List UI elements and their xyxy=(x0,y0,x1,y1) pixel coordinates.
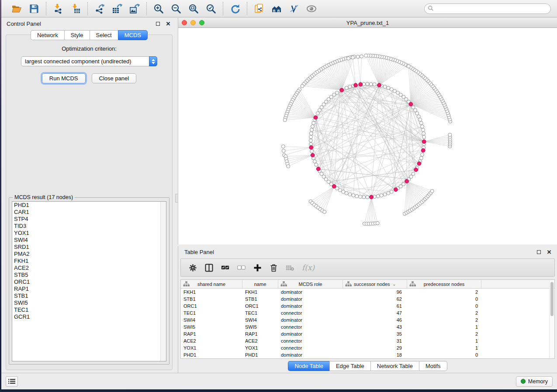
split-view-icon[interactable] xyxy=(205,264,213,272)
graph-satellite-node[interactable] xyxy=(281,144,285,148)
graph-hub-node[interactable] xyxy=(311,153,315,157)
export-image-icon[interactable] xyxy=(127,2,142,15)
refresh-view-icon[interactable] xyxy=(228,2,242,15)
graph-node[interactable] xyxy=(390,88,393,91)
run-mcds-button[interactable]: Run MCDS xyxy=(42,73,86,83)
graph-hub-node[interactable] xyxy=(359,83,363,86)
graph-node[interactable] xyxy=(362,195,366,199)
graph-satellite-node[interactable] xyxy=(301,84,304,88)
graph-node[interactable] xyxy=(355,194,359,198)
tab-node-table[interactable]: Node Table xyxy=(288,361,329,371)
graph-hub-node[interactable] xyxy=(422,140,426,144)
mcds-result-item[interactable]: PMA2 xyxy=(12,251,166,258)
window-maximize-icon[interactable] xyxy=(199,20,204,25)
graph-satellite-node[interactable] xyxy=(287,165,290,168)
mcds-result-item[interactable]: STB5 xyxy=(12,272,166,279)
graph-node[interactable] xyxy=(359,195,362,199)
task-history-icon[interactable] xyxy=(6,376,18,387)
graph-node[interactable] xyxy=(352,194,355,197)
graph-node[interactable] xyxy=(387,86,390,89)
graph-satellite-node[interactable] xyxy=(347,57,350,60)
share-document-icon[interactable] xyxy=(252,2,266,15)
graph-hub-node[interactable] xyxy=(414,168,418,172)
column-header-name[interactable]: name xyxy=(242,280,278,288)
zoom-out-icon[interactable] xyxy=(169,2,183,15)
graph-node[interactable] xyxy=(366,82,369,86)
tab-network[interactable]: Network xyxy=(31,30,64,40)
graph-hub-node[interactable] xyxy=(370,195,374,199)
deselect-all-icon[interactable] xyxy=(237,264,246,272)
graph-hub-node[interactable] xyxy=(332,185,336,189)
table-scrollbar-thumb[interactable] xyxy=(550,282,554,316)
graph-node[interactable] xyxy=(348,193,352,196)
graph-node[interactable] xyxy=(387,192,390,195)
memory-button[interactable]: Memory xyxy=(516,376,553,387)
graph-hub-node[interactable] xyxy=(354,83,358,87)
graph-node[interactable] xyxy=(373,83,376,86)
mcds-result-item[interactable]: TID3 xyxy=(12,223,166,230)
open-file-icon[interactable] xyxy=(9,2,24,15)
zoom-selected-icon[interactable] xyxy=(204,2,218,15)
tab-edge-table[interactable]: Edge Table xyxy=(329,361,370,371)
graph-node[interactable] xyxy=(422,135,426,139)
column-header-predecessor-nodes[interactable]: predecessor nodes xyxy=(407,280,481,288)
graph-node[interactable] xyxy=(342,190,345,193)
table-row[interactable]: TEC1TEC1connector472 xyxy=(181,309,554,316)
search-input[interactable] xyxy=(424,3,551,14)
control-panel-close-icon[interactable]: ✕ xyxy=(165,20,172,27)
graph-hub-node[interactable] xyxy=(316,167,320,171)
graph-hub-node[interactable] xyxy=(405,179,409,183)
graph-node[interactable] xyxy=(412,106,415,109)
graph-satellite-node[interactable] xyxy=(323,210,326,213)
tab-style[interactable]: Style xyxy=(64,30,90,40)
graph-node[interactable] xyxy=(348,85,352,89)
graph-node[interactable] xyxy=(309,139,312,142)
graph-hub-node[interactable] xyxy=(421,148,425,152)
graph-hub-node[interactable] xyxy=(394,188,398,192)
graph-node[interactable] xyxy=(422,132,426,135)
table-row[interactable]: ORC1ORC1dominator610 xyxy=(181,303,554,309)
mcds-result-item[interactable]: FKH1 xyxy=(12,258,166,265)
graph-node[interactable] xyxy=(421,128,425,132)
mcds-result-item[interactable]: TEC1 xyxy=(12,306,166,313)
column-header-mcds-role[interactable]: MCDS role xyxy=(278,280,343,288)
delete-column-icon[interactable] xyxy=(270,264,278,272)
control-panel-float-icon[interactable] xyxy=(154,20,161,27)
mcds-result-item[interactable]: PHD1 xyxy=(12,202,166,209)
graph-hub-node[interactable] xyxy=(409,102,413,106)
table-row[interactable]: YOX1YOX1connector291 xyxy=(181,344,554,351)
table-row[interactable]: ACE2ACE2connector311 xyxy=(181,337,554,344)
mcds-result-item[interactable]: STB1 xyxy=(12,292,166,299)
graph-node[interactable] xyxy=(310,128,314,132)
graph-node[interactable] xyxy=(311,125,314,128)
table-row[interactable]: STB1STB1dominator620 xyxy=(181,296,554,303)
mcds-result-scrollbar[interactable] xyxy=(160,202,166,361)
mcds-result-item[interactable]: RAP1 xyxy=(12,285,166,292)
tab-motifs[interactable]: Motifs xyxy=(419,361,447,371)
import-table-icon[interactable] xyxy=(68,2,83,15)
graph-node[interactable] xyxy=(383,85,387,89)
table-row[interactable]: PHD1PHD1dominator180 xyxy=(181,351,554,358)
mcds-result-item[interactable]: SWI4 xyxy=(12,237,166,244)
function-builder-icon[interactable]: f(x) xyxy=(302,263,315,272)
graph-node[interactable] xyxy=(345,86,348,89)
graph-node[interactable] xyxy=(345,192,348,195)
graph-hub-node[interactable] xyxy=(377,83,381,87)
table-panel-float-icon[interactable] xyxy=(535,248,542,255)
add-column-icon[interactable] xyxy=(253,264,262,272)
graph-node[interactable] xyxy=(315,163,318,166)
close-panel-button[interactable]: Close panel xyxy=(92,73,137,83)
table-row[interactable]: SWI5SWI5connector431 xyxy=(181,323,554,330)
zoom-in-icon[interactable] xyxy=(151,2,166,15)
graph-satellite-node[interactable] xyxy=(364,54,368,57)
graph-satellite-node[interactable] xyxy=(283,118,287,122)
import-network-icon[interactable] xyxy=(51,2,66,15)
table-row[interactable]: SWI4SWI4dominator462 xyxy=(181,316,554,323)
graph-node[interactable] xyxy=(383,193,387,196)
column-header-shared-name[interactable]: shared name xyxy=(181,280,242,288)
mcds-result-item[interactable]: GCR1 xyxy=(12,313,166,320)
save-session-icon[interactable] xyxy=(27,2,42,15)
table-scrollbar[interactable] xyxy=(549,280,554,358)
mcds-result-item[interactable]: SWI5 xyxy=(12,299,166,306)
graph-satellite-node[interactable] xyxy=(351,56,354,59)
